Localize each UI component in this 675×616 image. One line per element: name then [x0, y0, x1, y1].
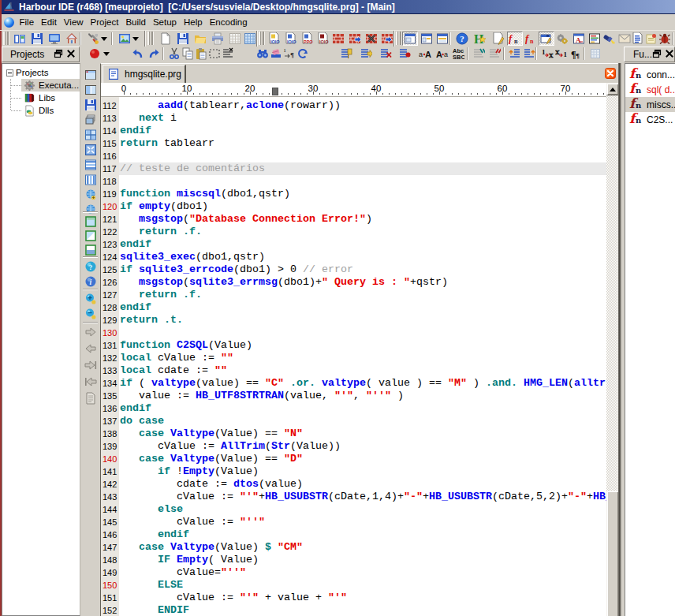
- line-number[interactable]: 119: [101, 188, 119, 200]
- line-number[interactable]: 114: [101, 125, 119, 137]
- menu-item-encoding[interactable]: Encoding: [206, 15, 251, 29]
- line-number[interactable]: 134: [101, 377, 119, 390]
- window-lines-icon[interactable]: [587, 32, 602, 46]
- line-number[interactable]: 144: [101, 503, 119, 516]
- line-number[interactable]: 146: [101, 528, 119, 541]
- functions-close-button[interactable]: [665, 49, 675, 60]
- panel-split-icon[interactable]: [84, 243, 98, 257]
- nav-next-icon[interactable]: [84, 325, 98, 339]
- compile-ppo-icon[interactable]: [300, 32, 315, 46]
- line-number[interactable]: 136: [101, 402, 119, 415]
- grid-icon[interactable]: [84, 128, 98, 142]
- open-file-icon[interactable]: [192, 32, 208, 46]
- line-number[interactable]: 122: [101, 226, 119, 238]
- compile-icon[interactable]: [267, 32, 282, 46]
- nav-first-icon[interactable]: [84, 375, 98, 389]
- window-edit-icon[interactable]: [539, 32, 554, 46]
- panel-blue-icon[interactable]: [84, 215, 98, 229]
- redo-icon[interactable]: [147, 47, 162, 61]
- line-number[interactable]: 115: [101, 137, 119, 150]
- line-number[interactable]: 129: [101, 314, 119, 327]
- new-window-icon[interactable]: [84, 68, 98, 82]
- build-icon[interactable]: [330, 32, 346, 46]
- menu-item-edit[interactable]: Edit: [38, 15, 61, 29]
- function-list-item-c2s[interactable]: fnC2S...: [625, 112, 675, 127]
- grid-blue-icon[interactable]: [242, 32, 258, 46]
- line-number[interactable]: 133: [101, 364, 119, 377]
- line-number[interactable]: 150: [101, 579, 119, 592]
- menu-item-build[interactable]: Build: [122, 15, 150, 29]
- window-tile-icon[interactable]: [434, 32, 450, 46]
- compile-all-icon[interactable]: [315, 32, 331, 46]
- open-workspace-icon[interactable]: [12, 32, 28, 46]
- menu-item-view[interactable]: View: [60, 15, 87, 29]
- grid-light-icon[interactable]: [227, 32, 243, 46]
- uppercase-icon[interactable]: [417, 47, 433, 61]
- line-number[interactable]: 138: [101, 427, 119, 440]
- harbour-help-icon[interactable]: [472, 32, 488, 46]
- picture-dropdown-arrow[interactable]: [131, 32, 140, 46]
- comment-icon[interactable]: [471, 47, 487, 61]
- help-icon[interactable]: [454, 32, 470, 46]
- line-number[interactable]: 132: [101, 352, 119, 364]
- record-macro-icon[interactable]: [87, 47, 103, 61]
- refresh-icon[interactable]: [295, 47, 311, 61]
- code-area[interactable]: 112 aadd(tablearr,aclone(rowarr))113 nex…: [101, 97, 606, 616]
- function-browse-icon[interactable]: [524, 32, 539, 46]
- print-icon[interactable]: [210, 32, 226, 46]
- line-number[interactable]: 135: [101, 390, 119, 402]
- panel-gradient-icon[interactable]: [84, 229, 98, 243]
- scrollbar-thumb[interactable]: [606, 491, 619, 616]
- columns-icon[interactable]: [84, 173, 98, 187]
- center-icon[interactable]: [84, 143, 98, 157]
- zoom-out-icon[interactable]: [84, 307, 98, 321]
- line-number[interactable]: 124: [101, 251, 119, 263]
- line-number[interactable]: 123: [101, 238, 119, 251]
- bookmark-clear-icon[interactable]: [378, 47, 393, 61]
- line-number[interactable]: 145: [101, 516, 119, 528]
- function-list-icon[interactable]: [507, 32, 523, 46]
- line-number[interactable]: 139: [101, 440, 119, 453]
- line-number[interactable]: 116: [101, 150, 119, 162]
- info-sphere-icon[interactable]: [84, 274, 98, 289]
- line-number[interactable]: 121: [101, 213, 119, 226]
- line-number[interactable]: 140: [101, 453, 119, 465]
- rebuild-icon[interactable]: [364, 32, 379, 46]
- line-number[interactable]: 113: [101, 112, 119, 125]
- uncomment-icon[interactable]: [487, 47, 502, 61]
- doc-gray-icon[interactable]: [84, 391, 98, 405]
- tab-hmgsqlite[interactable]: hmgsqlite.prg: [103, 65, 186, 83]
- line-number[interactable]: 120: [101, 200, 119, 213]
- monitor-icon[interactable]: [47, 32, 62, 46]
- line-number[interactable]: 142: [101, 478, 119, 491]
- picture-icon[interactable]: [117, 32, 132, 46]
- pilcrow-icon[interactable]: [569, 47, 584, 61]
- toolbar-gripper[interactable]: [147, 32, 153, 45]
- capitalize-icon[interactable]: [450, 47, 466, 61]
- bookmark-red-icon[interactable]: [397, 47, 412, 61]
- menu-item-file[interactable]: File: [16, 15, 38, 29]
- zoom-in-icon[interactable]: [84, 292, 98, 306]
- toolbar-gripper[interactable]: [259, 32, 264, 45]
- undo-icon[interactable]: [129, 47, 145, 61]
- nav-last-icon[interactable]: [84, 358, 98, 372]
- line-number[interactable]: 126: [101, 276, 119, 289]
- bookmark-add-icon[interactable]: [338, 47, 354, 61]
- tree-root-projects[interactable]: Projects: [2, 66, 80, 79]
- toolbar-gripper[interactable]: [3, 32, 9, 45]
- tools-icon[interactable]: [85, 32, 101, 46]
- window-font-icon[interactable]: [571, 32, 587, 46]
- edit-doc-icon[interactable]: [490, 32, 506, 46]
- line-number[interactable]: 127: [101, 289, 119, 301]
- editor-vertical-scrollbar[interactable]: [606, 83, 619, 616]
- line-number[interactable]: 128: [101, 301, 119, 314]
- record-macro-dropdown-arrow[interactable]: [102, 47, 111, 61]
- grid-disabled-icon[interactable]: [587, 47, 603, 61]
- toolbar-gripper[interactable]: [396, 32, 401, 45]
- flashlight-icon[interactable]: [602, 32, 617, 46]
- line-number[interactable]: 141: [101, 465, 119, 478]
- layers-icon[interactable]: [84, 113, 98, 127]
- convert-num-icon[interactable]: [539, 47, 555, 61]
- indent-icon[interactable]: [507, 47, 523, 61]
- globe-zoom-in-icon[interactable]: [84, 188, 98, 202]
